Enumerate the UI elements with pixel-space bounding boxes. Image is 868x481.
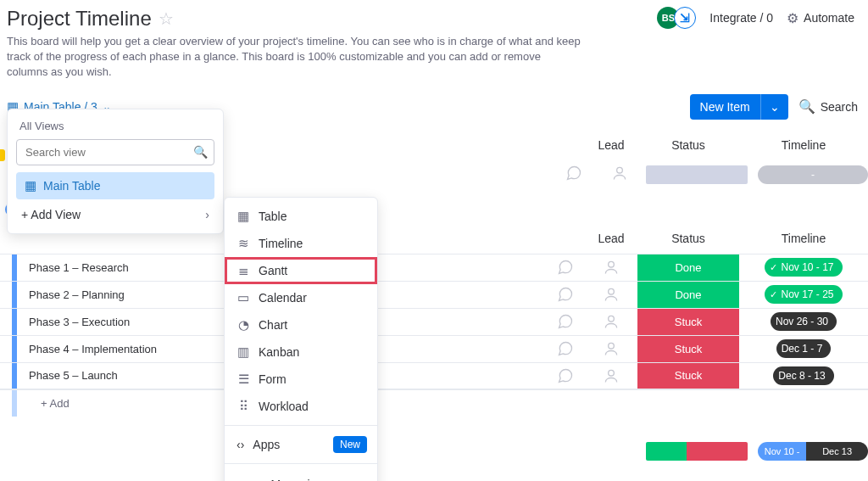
add-view-label: + Add View <box>21 208 81 221</box>
submenu-item-workload[interactable]: ⠿Workload <box>225 393 377 420</box>
svg-point-1 <box>609 261 615 267</box>
invite-icon: ⇲ <box>674 7 696 29</box>
gantt-icon: ≣ <box>236 263 250 278</box>
submenu-item-label: Workload <box>259 400 309 413</box>
svg-point-3 <box>609 316 615 322</box>
status-cell[interactable]: Stuck <box>637 336 739 362</box>
lead-icon[interactable] <box>588 340 634 357</box>
submenu-item-label: Form <box>259 372 287 386</box>
submenu-item-label: Chart <box>259 318 287 332</box>
column-timeline[interactable]: Timeline <box>744 138 863 152</box>
code-icon: ‹› <box>236 438 244 451</box>
submenu-item-label: Timeline <box>259 237 303 250</box>
chat-icon[interactable] <box>542 313 588 330</box>
lead-icon[interactable] <box>588 259 634 276</box>
add-item-label: + Add <box>17 397 70 410</box>
new-item-dropdown[interactable]: ⌄ <box>760 94 788 120</box>
lead-icon[interactable] <box>588 367 634 384</box>
submenu-item-label: Gantt <box>259 264 287 277</box>
table-row[interactable]: Phase 1 – Research Done ✓ Nov 10 - 17 <box>0 254 868 281</box>
chart-icon: ◔ <box>236 317 250 333</box>
column-timeline[interactable]: Timeline <box>744 232 863 245</box>
status-cell[interactable]: Stuck <box>637 363 739 389</box>
new-badge: New <box>333 436 367 453</box>
all-views-label: All Views <box>19 120 211 132</box>
submenu-item-form[interactable]: ☰Form <box>225 366 377 393</box>
submenu-apps[interactable]: ‹› Apps New <box>225 431 377 458</box>
apps-label: Apps <box>253 438 280 451</box>
robot-icon: ⚙ <box>787 10 798 26</box>
timeline-summary: Nov 10 - Dec 13 <box>758 442 868 461</box>
add-view-button[interactable]: + Add View › <box>16 199 214 221</box>
column-status[interactable]: Status <box>637 138 739 152</box>
submenu-item-kanban[interactable]: ▥Kanban <box>225 338 377 366</box>
timeline-summary-empty: - <box>758 165 868 184</box>
status-summary <box>646 442 748 461</box>
column-lead[interactable]: Lead <box>588 138 634 152</box>
views-dropdown: All Views 🔍 ▦ Main Table + Add View › <box>7 109 224 234</box>
add-item-row[interactable]: + Add <box>0 389 868 417</box>
check-icon: ✓ <box>770 289 777 300</box>
search-icon: 🔍 <box>193 145 208 159</box>
submenu-item-table[interactable]: ▦Table <box>225 203 377 230</box>
calendar-icon: ▭ <box>236 290 250 305</box>
timeline-pill[interactable]: ✓ Nov 10 - 17 <box>765 258 842 277</box>
status-summary-empty <box>646 165 748 184</box>
timeline-pill[interactable]: Nov 26 - 30 <box>771 312 837 331</box>
table-icon: ▦ <box>25 178 36 193</box>
lead-icon[interactable] <box>588 313 634 330</box>
submenu-item-label: Kanban <box>259 345 299 359</box>
collapsed-sidebar-indicator[interactable] <box>0 149 5 161</box>
check-icon: ✓ <box>770 262 777 273</box>
chat-icon[interactable] <box>542 259 588 276</box>
timeline-pill[interactable]: ✓ Nov 17 - 25 <box>765 285 842 304</box>
automate-button[interactable]: ⚙ Automate <box>787 10 854 26</box>
column-status[interactable]: Status <box>637 232 739 245</box>
add-view-submenu: ▦Table≋Timeline≣Gantt▭Calendar◔Chart▥Kan… <box>224 197 378 481</box>
form-icon: ☰ <box>236 372 250 387</box>
view-main-table[interactable]: ▦ Main Table <box>16 172 214 199</box>
submenu-item-timeline[interactable]: ≋Timeline <box>225 230 377 257</box>
search-label: Search <box>821 100 858 114</box>
board-description: This board will help you get a clear ove… <box>7 34 583 81</box>
svg-point-4 <box>609 343 615 349</box>
status-cell[interactable]: Done <box>637 282 739 308</box>
timeline-pill[interactable]: Dec 1 - 7 <box>776 339 832 358</box>
column-lead[interactable]: Lead <box>588 232 634 245</box>
search-view-input[interactable] <box>16 139 214 165</box>
status-cell[interactable]: Stuck <box>637 309 739 335</box>
chat-icon[interactable] <box>542 367 588 384</box>
submenu-item-calendar[interactable]: ▭Calendar <box>225 284 377 311</box>
search-button[interactable]: 🔍 Search <box>798 98 858 115</box>
lead-icon[interactable] <box>588 286 634 303</box>
table-row[interactable]: Phase 4 – Implementation Stuck Dec 1 - 7 <box>0 335 868 362</box>
submenu-item-chart[interactable]: ◔Chart <box>225 311 377 338</box>
table-row[interactable]: Phase 3 – Execution Stuck Nov 26 - 30 <box>0 308 868 335</box>
timeline-icon: ≋ <box>236 236 250 251</box>
table-row[interactable]: Phase 5 – Launch Stuck Dec 8 - 13 <box>0 362 868 389</box>
new-item-button[interactable]: New Item ⌄ <box>690 94 788 120</box>
svg-point-2 <box>609 288 615 294</box>
kanban-icon: ▥ <box>236 344 250 360</box>
automate-label: Automate <box>804 11 854 25</box>
status-cell[interactable]: Done <box>637 254 739 281</box>
submenu-item-label: Table <box>259 210 287 223</box>
integrate-button[interactable]: Integrate / 0 <box>709 11 773 25</box>
chat-icon[interactable] <box>551 165 597 185</box>
member-avatars[interactable]: BS ⇲ <box>657 7 696 29</box>
svg-point-0 <box>617 167 623 173</box>
chevron-right-icon: › <box>205 208 209 221</box>
lead-icon[interactable] <box>597 165 643 185</box>
table-icon: ▦ <box>236 209 250 224</box>
chat-icon[interactable] <box>542 340 588 357</box>
table-row[interactable]: Phase 2 – Planning Done ✓ Nov 17 - 25 <box>0 281 868 308</box>
page-title: Project Timeline <box>7 7 152 31</box>
search-icon: 🔍 <box>798 98 815 115</box>
chat-icon[interactable] <box>542 286 588 303</box>
timeline-pill[interactable]: Dec 8 - 13 <box>773 366 833 385</box>
star-icon[interactable]: ☆ <box>159 8 174 29</box>
svg-point-5 <box>609 370 615 376</box>
submenu-item-gantt[interactable]: ≣Gantt <box>225 257 377 284</box>
submenu-item-label: Calendar <box>259 291 307 305</box>
more-views-button[interactable]: More views <box>225 469 377 481</box>
